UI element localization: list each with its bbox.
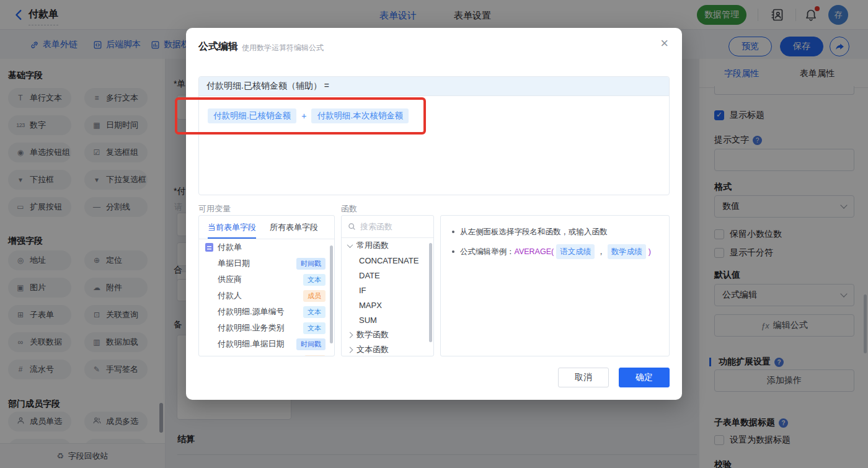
- type-badge: 时间戳: [296, 338, 326, 350]
- function-search[interactable]: [342, 216, 433, 238]
- example-field-chip: 语文成绩: [556, 244, 595, 259]
- variables-tabs: 当前表单字段 所有表单字段: [199, 216, 334, 239]
- chevron-down-icon: [347, 242, 353, 248]
- modal-title: 公式编辑: [198, 40, 238, 53]
- formula-edit-modal: 公式编辑 使用数学运算符编辑公式 × 付款明细.已核销金额（辅助） = 付款明细…: [186, 28, 682, 400]
- variables-scrollbar[interactable]: [330, 245, 333, 343]
- functions-panel: 常用函数 CONCATENATE DATE IF MAPX SUM 数学函数 文…: [341, 215, 434, 356]
- form-doc-icon: [205, 243, 213, 252]
- type-badge: 文本: [303, 306, 326, 318]
- formula-target: 付款明细.已核销金额（辅助） =: [199, 77, 669, 96]
- function-group-math[interactable]: 数学函数: [342, 327, 433, 342]
- formula-help-panel: 从左侧面板选择字段名和函数，或输入函数 公式编辑举例： AVERAGE( 语文成…: [440, 215, 670, 356]
- function-item[interactable]: IF: [342, 283, 433, 298]
- type-badge: 时间戳: [296, 258, 326, 270]
- function-name: AVERAGE(: [515, 245, 554, 258]
- bullet-icon: [452, 231, 454, 233]
- function-item[interactable]: MAPX: [342, 298, 433, 312]
- type-badge: 文本: [303, 322, 326, 334]
- modal-subtitle: 使用数学运算符编辑公式: [242, 43, 324, 53]
- variable-root-name: 付款单: [218, 242, 326, 253]
- variables-panel: 当前表单字段 所有表单字段 付款单 单据日期时间戳 供应商文本 付款人成员 付款…: [198, 215, 335, 356]
- formula-field-chip[interactable]: 付款明细.本次核销金额: [311, 108, 409, 123]
- tab-current-form-fields[interactable]: 当前表单字段: [208, 216, 256, 239]
- type-badge: 成员: [303, 290, 326, 302]
- formula-expression[interactable]: 付款明细.已核销金额 + 付款明细.本次核销金额: [199, 96, 669, 136]
- function-group-common[interactable]: 常用函数: [342, 238, 433, 253]
- chevron-right-icon: [347, 332, 353, 338]
- functions-scrollbar[interactable]: [429, 243, 432, 342]
- variable-row[interactable]: 付款明细.单据日期时间戳: [199, 336, 334, 352]
- functions-section-label: 函数: [341, 203, 357, 214]
- example-field-chip: 数学成绩: [608, 244, 646, 259]
- formula-editor[interactable]: 付款明细.已核销金额（辅助） = 付款明细.已核销金额 + 付款明细.本次核销金…: [198, 76, 670, 195]
- variable-row[interactable]: 付款人成员: [199, 288, 334, 304]
- type-badge: [304, 355, 326, 357]
- tab-all-form-fields[interactable]: 所有表单字段: [270, 216, 318, 239]
- variable-row-clipped[interactable]: [199, 352, 334, 356]
- function-item[interactable]: DATE: [342, 268, 433, 283]
- function-item[interactable]: CONCATENATE: [342, 253, 433, 268]
- chevron-right-icon: [347, 347, 353, 353]
- close-icon[interactable]: ×: [660, 37, 668, 50]
- confirm-button[interactable]: 确定: [619, 368, 670, 387]
- function-item[interactable]: SUM: [342, 312, 433, 327]
- variable-row[interactable]: 付款明细.源单编号文本: [199, 304, 334, 320]
- bullet-icon: [452, 250, 454, 253]
- variable-root-row[interactable]: 付款单: [199, 239, 334, 255]
- help-line-1: 从左侧面板选择字段名和函数，或输入函数: [450, 226, 660, 238]
- help-line-2: 公式编辑举例： AVERAGE( 语文成绩 ， 数学成绩 ): [450, 244, 660, 259]
- search-icon: [348, 223, 356, 231]
- function-search-input[interactable]: [360, 222, 422, 231]
- variable-row[interactable]: 供应商文本: [199, 272, 334, 288]
- variable-row[interactable]: 单据日期时间戳: [199, 255, 334, 272]
- function-group-text[interactable]: 文本函数: [342, 342, 433, 356]
- cancel-button[interactable]: 取消: [558, 368, 609, 387]
- function-paren: ): [649, 245, 651, 258]
- variables-section-label: 可用变量: [198, 203, 231, 214]
- type-badge: 文本: [303, 274, 326, 286]
- formula-field-chip[interactable]: 付款明细.已核销金额: [208, 108, 296, 123]
- variable-row[interactable]: 付款明细.业务类别文本: [199, 320, 334, 336]
- formula-operator: +: [301, 111, 306, 121]
